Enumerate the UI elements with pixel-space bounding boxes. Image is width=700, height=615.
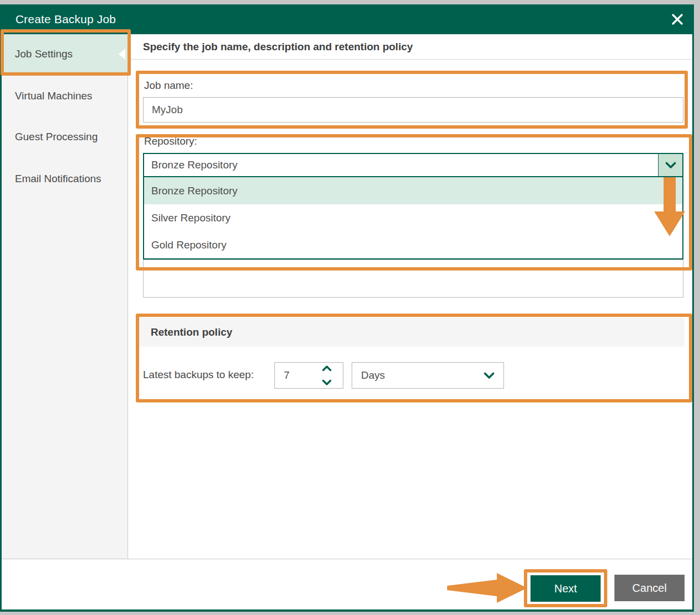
window-border-left — [0, 4, 2, 612]
dialog-title: Create Backup Job — [15, 13, 116, 26]
option-label: Silver Repository — [151, 212, 231, 224]
sidebar-item-job-settings[interactable]: Job Settings — [2, 34, 128, 74]
repository-label: Repository: — [144, 135, 197, 147]
repository-dropdown-list: Bronze Repository Silver Repository Gold… — [143, 177, 683, 259]
spinner-down-icon[interactable] — [322, 379, 332, 386]
job-name-value: MyJob — [152, 104, 183, 116]
retention-unit-select[interactable]: Days — [352, 362, 504, 389]
sidebar-item-virtual-machines[interactable]: Virtual Machines — [2, 76, 128, 116]
retention-section-header: Retention policy — [139, 317, 685, 347]
chevron-down-icon — [665, 162, 676, 169]
option-label: Bronze Repository — [151, 185, 237, 197]
sidebar-item-label: Job Settings — [15, 48, 73, 60]
active-step-notch-icon — [119, 49, 125, 60]
retention-unit-value: Days — [361, 369, 484, 381]
sidebar-item-guest-processing[interactable]: Guest Processing — [2, 117, 128, 157]
sidebar-item-label: Email Notifications — [15, 173, 101, 185]
cancel-button[interactable]: Cancel — [614, 575, 685, 601]
job-name-label: Job name: — [144, 79, 193, 92]
chevron-down-icon — [484, 372, 495, 379]
description-textarea[interactable] — [143, 259, 683, 298]
close-button[interactable] — [669, 10, 686, 28]
page-title: Specify the job name, description and re… — [143, 41, 413, 53]
heading-divider — [128, 59, 693, 60]
repository-option-bronze[interactable]: Bronze Repository — [144, 177, 682, 204]
window-border-bottom — [0, 609, 694, 612]
close-icon — [671, 13, 683, 25]
window-border-right — [692, 4, 694, 612]
repository-option-gold[interactable]: Gold Repository — [144, 231, 682, 258]
repository-selected-value: Bronze Repository — [151, 159, 237, 171]
next-button[interactable]: Next — [531, 575, 601, 602]
sidebar-item-label: Guest Processing — [15, 131, 98, 143]
dialog-titlebar: Create Backup Job — [0, 4, 694, 34]
keep-count-stepper[interactable]: 7 — [274, 362, 343, 389]
spinner-up-icon[interactable] — [322, 365, 332, 372]
wizard-sidebar: Job Settings Virtual Machines Guest Proc… — [2, 34, 128, 559]
job-name-input[interactable]: MyJob — [143, 97, 683, 123]
repository-option-silver[interactable]: Silver Repository — [144, 204, 682, 231]
sidebar-item-email-notifications[interactable]: Email Notifications — [2, 159, 128, 199]
keep-count-value: 7 — [284, 363, 290, 388]
repository-caret-cell[interactable] — [658, 154, 682, 176]
keep-label: Latest backups to keep: — [143, 369, 254, 381]
sidebar-item-label: Virtual Machines — [15, 90, 92, 102]
option-label: Gold Repository — [151, 239, 226, 251]
retention-section-title: Retention policy — [151, 326, 232, 338]
repository-select[interactable]: Bronze Repository — [143, 153, 683, 177]
